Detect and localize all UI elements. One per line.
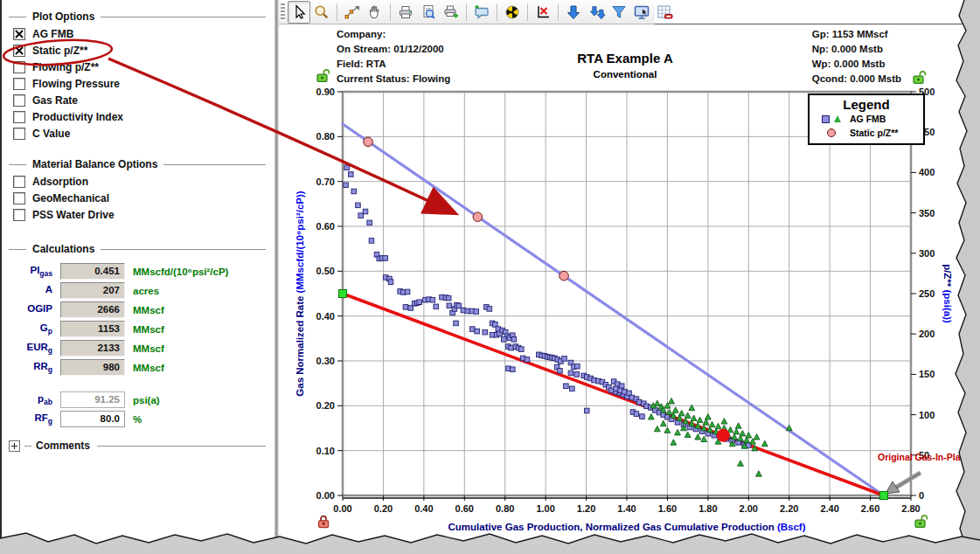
checkbox-unchecked[interactable] xyxy=(13,176,25,188)
calc-row-pigas: PIgas0.451MMscfd/(10⁶psi²/cP) xyxy=(7,263,275,280)
zoom-icon[interactable] xyxy=(310,1,333,24)
svg-text:2.80: 2.80 xyxy=(901,503,920,514)
unlock-icon-top-right[interactable] xyxy=(912,70,927,88)
checkbox-unchecked[interactable] xyxy=(13,209,25,221)
toolbar-separator xyxy=(337,3,337,21)
clear-plot-icon[interactable] xyxy=(532,1,554,24)
svg-text:2.20: 2.20 xyxy=(780,503,798,514)
checkbox-unchecked[interactable] xyxy=(13,192,25,204)
y-right-tick-labels: 050100150200250300350400450500 xyxy=(911,87,935,501)
plot-option-ag-fmb[interactable]: AG FMB xyxy=(13,28,275,40)
remove-chart-icon[interactable] xyxy=(653,1,676,24)
main-chart[interactable]: 0.000.200.400.600.801.001.201.401.601.80… xyxy=(288,83,958,542)
checkbox-checked[interactable] xyxy=(13,28,25,40)
checkbox-unchecked[interactable] xyxy=(13,78,25,90)
chart-legend[interactable]: Legend AG FMBStatic p/Z** xyxy=(808,93,925,145)
calc-unit: % xyxy=(133,414,275,425)
calc-label: EURg xyxy=(7,342,52,355)
svg-text:1.80: 1.80 xyxy=(699,503,717,514)
calc-unit: MMscf xyxy=(133,324,275,335)
checkbox-label: Productivity Index xyxy=(32,111,123,123)
mb-option-geomechanical[interactable]: GeoMechanical xyxy=(13,192,275,204)
svg-text:1.20: 1.20 xyxy=(577,503,595,514)
series-blue-square xyxy=(344,165,751,447)
qcond-stat: Qcond: 0.000 Mstb xyxy=(812,72,901,87)
checkbox-label: Flowing p/Z** xyxy=(32,61,99,73)
calc-value-gp: 1153 xyxy=(60,321,125,337)
calc-row-a: A207acres xyxy=(7,282,275,299)
plot-options-title: Plot Options xyxy=(26,10,101,23)
legend-entry-0: AG FMB xyxy=(813,112,920,126)
y-right-axis-title: p/Z** (psi(a)) xyxy=(942,264,953,323)
checkbox-unchecked[interactable] xyxy=(13,128,25,140)
toolbar-separator xyxy=(497,3,497,21)
move-points-icon[interactable] xyxy=(341,1,364,24)
panel-divider[interactable] xyxy=(275,0,279,554)
batch-print-icon[interactable] xyxy=(440,1,462,24)
add-comment-icon[interactable] xyxy=(470,1,493,24)
calculations-group-header: Calculations xyxy=(9,243,266,255)
calc-row-eurg: EURg2133MMscf xyxy=(7,340,275,357)
checkbox-label: C Value xyxy=(32,128,70,140)
toolbar-grip[interactable] xyxy=(281,3,285,21)
calc-label: Gp xyxy=(7,322,52,336)
checkbox-unchecked[interactable] xyxy=(13,111,25,123)
mb-option-pss-water-drive[interactable]: PSS Water Drive xyxy=(13,209,275,221)
calc-value-a: 207 xyxy=(60,282,125,299)
unlock-icon-top-left[interactable] xyxy=(316,68,330,87)
well-info-block: Company: On Stream: 01/12/2000 Field: RT… xyxy=(337,27,450,87)
svg-text:0.70: 0.70 xyxy=(316,177,335,187)
print-icon[interactable] xyxy=(394,1,417,24)
checkbox-label: AG FMB xyxy=(32,28,73,40)
green-triangle-marker-icon xyxy=(834,115,841,122)
move-down-icon[interactable] xyxy=(562,1,585,24)
filter-icon[interactable] xyxy=(608,1,630,24)
mb-options-list: AdsorptionGeoMechanicalPSS Water Drive xyxy=(2,176,275,221)
plot-option-flowing-p-z[interactable]: Flowing p/Z** xyxy=(13,61,275,73)
comments-expander[interactable]: Comments xyxy=(9,440,266,452)
svg-text:150: 150 xyxy=(919,369,935,379)
print-preview-icon[interactable] xyxy=(417,1,440,24)
checkbox-checked[interactable] xyxy=(13,45,25,57)
svg-text:2.60: 2.60 xyxy=(861,503,879,514)
screen-options-icon[interactable] xyxy=(630,1,653,24)
calc-label: RRg xyxy=(7,361,52,374)
svg-text:0: 0 xyxy=(919,490,924,501)
svg-text:0.60: 0.60 xyxy=(316,221,335,232)
expand-plus-icon[interactable] xyxy=(9,440,20,452)
move-all-down-icon[interactable] xyxy=(585,1,608,24)
lock-icon-bottom-left[interactable] xyxy=(316,514,331,532)
plot-options-group-header: Plot Options xyxy=(9,10,266,23)
checkbox-label: PSS Water Drive xyxy=(32,209,115,221)
radioactive-icon[interactable] xyxy=(501,1,524,24)
plot-option-gas-rate[interactable]: Gas Rate xyxy=(13,94,275,107)
unlock-icon-bottom-right[interactable] xyxy=(914,514,928,532)
mb-option-adsorption[interactable]: Adsorption xyxy=(13,176,275,188)
calc-label: RFg xyxy=(7,412,52,426)
gridlines xyxy=(343,92,911,495)
legend-entry-label: AG FMB xyxy=(850,114,920,124)
select-icon[interactable] xyxy=(288,1,310,24)
plot-option-flowing-pressure[interactable]: Flowing Pressure xyxy=(13,78,275,90)
np-stat: Np: 0.000 Mstb xyxy=(812,42,901,57)
svg-text:300: 300 xyxy=(919,248,935,259)
pan-icon[interactable] xyxy=(364,1,386,24)
x-axis-title: Cumulative Gas Production, Normalized Ga… xyxy=(448,522,806,532)
wp-stat: Wp: 0.000 Mstb xyxy=(812,57,901,72)
chart-title: RTA Example A xyxy=(494,51,756,66)
calculations-title: Calculations xyxy=(26,243,101,255)
legend-entry-label: Static p/Z** xyxy=(850,128,920,138)
checkbox-unchecked[interactable] xyxy=(13,94,25,107)
checkbox-unchecked[interactable] xyxy=(13,61,25,73)
calc-label: A xyxy=(7,284,52,297)
status-line: Current Status: Flowing xyxy=(337,72,450,87)
svg-text:250: 250 xyxy=(919,288,935,299)
company-line: Company: xyxy=(337,27,450,42)
svg-text:0.40: 0.40 xyxy=(414,503,433,514)
plot-option-c-value[interactable]: C Value xyxy=(13,128,275,140)
plot-option-productivity-index[interactable]: Productivity Index xyxy=(13,111,275,123)
toolbar-separator xyxy=(527,3,528,21)
svg-text:0.10: 0.10 xyxy=(316,446,335,456)
calc-value-rfg[interactable]: 80.0 xyxy=(60,411,125,427)
plot-option-static-p-z[interactable]: Static p/Z** xyxy=(13,45,275,57)
